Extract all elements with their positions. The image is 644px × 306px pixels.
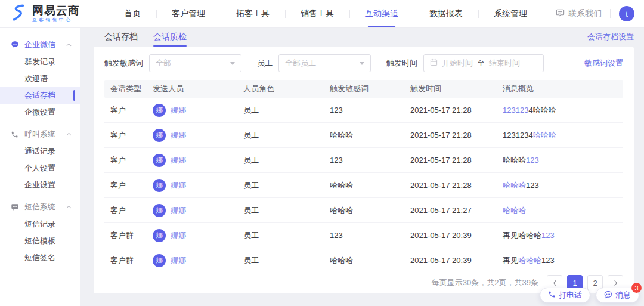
nav-item-5[interactable]: 数据报表: [414, 0, 478, 27]
cell-time: 2021-05-17 21:28: [405, 131, 498, 140]
message-preview-link[interactable]: 哈哈哈123: [498, 180, 623, 191]
archive-settings-link[interactable]: 会话存档设置: [587, 27, 634, 47]
quality-check-table: 会话类型发送人员人员角色触发敏感词触发时间消息概览 客户娜娜娜员工1232021…: [104, 80, 623, 267]
sensitive-words-settings-link[interactable]: 敏感词设置: [584, 58, 623, 69]
top-header: 网易云商 互客销售中心 首页客户管理拓客工具销售工具互动渠道数据报表系统管理 联…: [0, 0, 644, 27]
tab-1[interactable]: 会话质检: [153, 27, 187, 47]
cell-sender: 娜娜娜: [148, 179, 239, 192]
highlighted-keyword: 哈哈哈: [503, 180, 526, 191]
message-preview-link[interactable]: 哈哈哈: [498, 205, 623, 216]
column-header-4: 触发时间: [405, 84, 498, 94]
sidebar-item-2-2[interactable]: 短信签名: [0, 249, 80, 266]
message-text: 再见哈哈哈: [503, 230, 541, 241]
sidebar-item-label: 短信签名: [24, 252, 55, 263]
cell-sender: 娜娜娜: [148, 104, 239, 117]
message-preview-link[interactable]: 1231234哈哈哈: [498, 105, 623, 116]
contact-us-label: 联系我们: [568, 8, 602, 19]
call-button[interactable]: 打电话: [540, 288, 590, 303]
sidebar-item-1-1[interactable]: 个人设置: [0, 160, 80, 177]
start-time-placeholder: 开始时间: [442, 58, 473, 69]
cell-sender: 娜娜娜: [148, 229, 239, 242]
highlighted-keyword: 哈哈哈: [518, 255, 541, 266]
sender-name-link[interactable]: 娜娜: [171, 255, 186, 266]
cell-keyword: 哈哈哈: [325, 130, 405, 141]
contact-us-button[interactable]: 联系我们: [556, 8, 602, 19]
staff-filter-select[interactable]: 全部员工: [278, 54, 371, 72]
sidebar-item-1-0[interactable]: 通话记录: [0, 143, 80, 160]
nav-item-3[interactable]: 销售工具: [285, 0, 349, 27]
primary-nav: 首页客户管理拓客工具销售工具互动渠道数据报表系统管理: [109, 0, 543, 27]
cell-role: 员工: [239, 180, 325, 191]
message-button[interactable]: 消息 3: [596, 288, 639, 303]
main-area: 会话存档会话质检会话存档设置 触发敏感词 全部 员工 全部员工 触发时间: [80, 27, 644, 306]
sidebar-group-0[interactable]: 企业微信: [0, 36, 80, 54]
brand-name: 网易云商: [32, 5, 80, 17]
sender-name-link[interactable]: 娜娜: [171, 105, 186, 116]
app-screen: 网易云商 互客销售中心 首页客户管理拓客工具销售工具互动渠道数据报表系统管理 联…: [0, 0, 644, 306]
sidebar-group-label: 呼叫系统: [24, 129, 55, 140]
sender-avatar: 娜: [153, 254, 166, 267]
message-preview-link[interactable]: 1231234哈哈哈: [498, 130, 623, 141]
wecom-chat-icon: [11, 41, 20, 49]
column-header-5: 消息概览: [498, 84, 623, 94]
chevron-up-icon: [66, 43, 72, 47]
cell-keyword: 哈哈哈: [325, 255, 405, 266]
sidebar-item-label: 个人设置: [24, 163, 55, 174]
sidebar-item-2-0[interactable]: 短信记录: [0, 216, 80, 233]
sidebar-group-label: 短信系统: [24, 202, 55, 212]
cell-sender: 娜娜娜: [148, 204, 239, 217]
cell-chat-type: 客户: [104, 205, 148, 216]
sidebar: 企业微信群发记录欢迎语会话存档企微设置呼叫系统通话记录个人设置企业设置短信系统短…: [0, 27, 80, 306]
chat-bubble-icon: [556, 8, 565, 19]
sidebar-group-1[interactable]: 呼叫系统: [0, 125, 80, 143]
sidebar-item-0-3[interactable]: 企微设置: [0, 104, 80, 120]
nav-item-0[interactable]: 首页: [109, 0, 156, 27]
message-preview-link[interactable]: 再见哈哈哈123: [498, 230, 623, 241]
call-button-label: 打电话: [559, 290, 582, 301]
sidebar-item-0-1[interactable]: 欢迎语: [0, 70, 80, 87]
staff-filter-value: 全部员工: [285, 58, 316, 69]
brand-logo[interactable]: 网易云商 互客销售中心: [10, 4, 80, 24]
sidebar-item-0-0[interactable]: 群发记录: [0, 54, 80, 70]
cell-time: 2021-05-17 21:27: [405, 206, 498, 215]
cell-time: 2021-05-17 21:28: [405, 156, 498, 165]
sender-avatar: 娜: [153, 229, 166, 242]
message-preview-link[interactable]: 哈哈哈123: [498, 155, 623, 166]
sender-avatar: 娜: [153, 104, 166, 117]
caret-down-icon: [230, 62, 235, 65]
message-preview-link[interactable]: 再见哈哈哈123: [498, 255, 623, 266]
keyword-filter-select[interactable]: 全部: [149, 54, 242, 72]
sender-name-link[interactable]: 娜娜: [171, 205, 186, 216]
floating-actions: 打电话 消息 3: [540, 288, 639, 303]
sidebar-group-2[interactable]: 短信系统: [0, 198, 80, 216]
message-text: 123: [526, 181, 539, 190]
time-range-picker[interactable]: 开始时间 至 结束时间: [423, 54, 544, 72]
sidebar-item-1-2[interactable]: 企业设置: [0, 177, 80, 193]
cell-sender: 娜娜娜: [148, 154, 239, 167]
nav-item-2[interactable]: 拓客工具: [221, 0, 285, 27]
sender-name-link[interactable]: 娜娜: [171, 130, 186, 141]
sender-name-link[interactable]: 娜娜: [171, 180, 186, 191]
active-indicator: [73, 90, 75, 101]
cell-role: 员工: [239, 130, 325, 141]
sender-name-link[interactable]: 娜娜: [171, 230, 186, 241]
cell-role: 员工: [239, 155, 325, 166]
tab-0[interactable]: 会话存档: [104, 27, 138, 47]
sender-name-link[interactable]: 娜娜: [171, 155, 186, 166]
cell-role: 员工: [239, 205, 325, 216]
keyword-filter-label: 触发敏感词: [104, 58, 143, 69]
cell-chat-type: 客户群: [104, 230, 148, 241]
sidebar-item-label: 会话存档: [24, 90, 55, 101]
nav-item-4[interactable]: 互动渠道: [349, 0, 414, 27]
sidebar-item-label: 群发记录: [24, 57, 55, 67]
nav-item-1[interactable]: 客户管理: [156, 0, 221, 27]
sidebar-item-label: 通话记录: [24, 146, 55, 157]
user-avatar[interactable]: t: [619, 6, 634, 21]
sidebar-item-2-1[interactable]: 短信模板: [0, 233, 80, 249]
column-header-2: 人员角色: [239, 84, 325, 94]
sidebar-item-0-2[interactable]: 会话存档: [0, 87, 80, 104]
nav-item-6[interactable]: 系统管理: [478, 0, 543, 27]
highlighted-keyword: 123: [541, 231, 555, 240]
sender-avatar: 娜: [153, 154, 166, 167]
message-text: 4哈哈哈: [528, 105, 556, 116]
